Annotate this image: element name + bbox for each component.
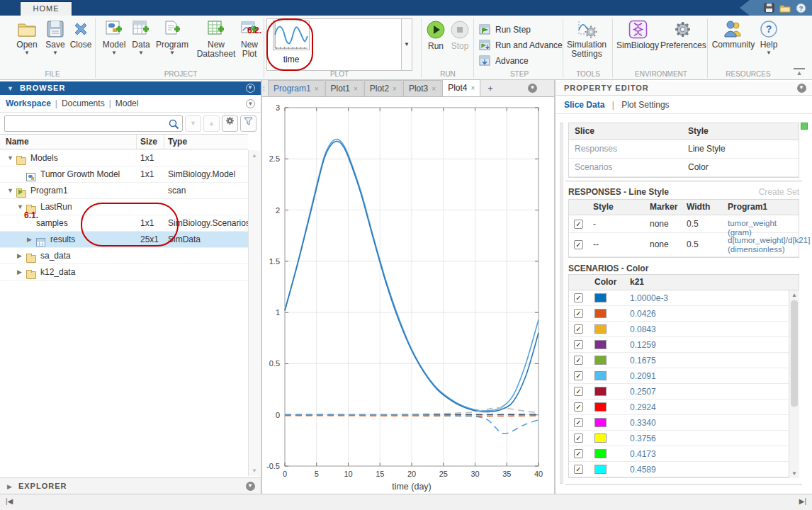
document-tab-plot3[interactable]: Plot3× [403,80,441,96]
scenarios-k21-header[interactable]: k21 [630,277,644,287]
response-line-style[interactable]: -- [593,239,599,249]
col-type[interactable]: Type [168,137,187,147]
scenario-visible-checkbox[interactable]: ✓ [574,464,583,474]
document-tab-plot2[interactable]: Plot2× [364,80,402,96]
search-settings-button[interactable] [222,115,238,132]
collapse-node-icon[interactable]: ▼ [17,199,23,215]
run-button[interactable]: Run [424,20,447,51]
plot-type-time-button[interactable]: time [271,21,312,69]
scenario-row-10[interactable]: ✓0.4173 [569,446,799,462]
new-document-tab-button[interactable]: + [481,81,500,96]
responses-program-header[interactable]: Program1 [728,202,767,212]
tree-item-label[interactable]: k12_data [40,264,75,280]
scenario-k21-value[interactable]: 0.0843 [630,324,656,334]
tree-item-label[interactable]: results [50,232,75,248]
tree-item-label[interactable]: Models [30,150,58,166]
browser-scrollbar[interactable]: ▲ ▼ [248,150,260,476]
ribbon-tab-home[interactable]: HOME [20,1,72,16]
scroll-up-icon[interactable]: ▲ [249,152,260,159]
help-button[interactable]: ? Help ▼ [755,20,782,56]
responses-row-0[interactable]: ✓-none0.5tumor_weight (gram) [569,215,799,233]
scenario-visible-checkbox[interactable]: ✓ [574,370,583,380]
open-button[interactable]: Open ▼ [13,20,41,56]
tab-model[interactable]: Model [115,98,139,108]
tab-plot-settings[interactable]: Plot Settings [621,100,669,110]
tree-row-tumor-growth-model[interactable]: Tumor Growth Model1x1SimBiology.Model [0,166,248,183]
program-dropdown-arrow[interactable]: ▼ [153,50,191,56]
response-width[interactable]: 0.5 [687,239,699,249]
browser-tabs-menu-icon[interactable]: ▼ [246,99,255,108]
expand-node-icon[interactable]: ▶ [17,248,22,264]
scenario-k21-value[interactable]: 0.2924 [630,402,656,412]
search-input[interactable] [5,116,165,131]
scenario-k21-value[interactable]: 0.3756 [630,434,656,443]
preferences-button[interactable]: Preferences [660,20,704,50]
document-tab-plot1[interactable]: Plot1× [325,80,363,96]
collapse-left-panel-icon[interactable]: |◀ [6,497,13,505]
tree-row-sa_data[interactable]: ▶sa_data [0,248,248,264]
scenario-visible-checkbox[interactable]: ✓ [574,308,583,318]
scenario-k21-value[interactable]: 0.1259 [630,340,656,350]
close-button[interactable]: Close [68,20,94,50]
tab-close-icon[interactable]: × [471,84,475,92]
scenario-visible-checkbox[interactable]: ✓ [574,433,583,443]
response-line-style[interactable]: - [593,219,596,229]
scenario-row-7[interactable]: ✓0.2924 [569,400,799,415]
scenario-k21-value[interactable]: 0.4589 [630,465,656,475]
tabbar-drag-handle[interactable]: ⁞ [263,82,267,96]
responses-width-header[interactable]: Width [687,202,710,212]
scenario-color-swatch[interactable] [594,433,607,443]
plot-gallery-dropdown[interactable]: ▼ [401,19,412,70]
scenario-visible-checkbox[interactable]: ✓ [574,448,583,458]
scenario-row-6[interactable]: ✓0.2507 [569,384,799,400]
quick-help-icon[interactable]: ? [796,3,806,13]
scenario-row-8[interactable]: ✓0.3340 [569,415,799,431]
scenario-visible-checkbox[interactable]: ✓ [574,324,583,334]
expand-node-icon[interactable]: ▶ [17,264,22,280]
scenario-row-0[interactable]: ✓1.0000e-3 [569,290,799,306]
browser-collapse-icon[interactable]: ▼ [7,85,14,92]
scenario-k21-value[interactable]: 0.3340 [630,418,656,428]
response-marker[interactable]: none [650,219,669,229]
scenario-k21-value[interactable]: 0.1675 [630,356,656,366]
document-menu-icon[interactable]: ▼ [528,84,537,93]
scenario-color-swatch[interactable] [594,293,607,302]
scenarios-scroll-up-icon[interactable]: ▲ [789,292,799,298]
tree-row-results[interactable]: ▶results25x1SimData [0,232,248,248]
browser-menu-icon[interactable]: ▼ [246,84,255,93]
scenario-k21-value[interactable]: 1.0000e-3 [630,293,668,303]
help-dropdown-arrow[interactable]: ▼ [755,50,782,56]
expand-node-icon[interactable]: ▶ [27,232,32,248]
scenario-visible-checkbox[interactable]: ✓ [574,339,583,349]
community-button[interactable]: Community [711,20,755,50]
response-marker[interactable]: none [650,239,669,249]
tree-item-label[interactable]: Tumor Growth Model [40,166,120,183]
property-editor-scroll-strip[interactable] [560,123,563,484]
tree-row-k12_data[interactable]: ▶k12_data [0,264,248,280]
new-datasheet-button[interactable]: NewDatasheet [196,20,237,59]
scenarios-scrollbar[interactable]: ▲ ▼ [789,290,799,478]
scenario-row-1[interactable]: ✓0.0426 [569,306,799,322]
slice-row-responses[interactable]: ResponsesLine Style [569,140,799,159]
document-tab-program1[interactable]: Program1× [268,80,325,96]
scroll-down-icon[interactable]: ▼ [249,468,260,474]
search-box[interactable] [4,115,183,132]
save-button[interactable]: Save ▼ [43,20,68,56]
data-dropdown-arrow[interactable]: ▼ [129,50,153,56]
scenario-row-9[interactable]: ✓0.3756 [569,431,799,446]
scenarios-scroll-thumb[interactable] [791,300,798,407]
scenarios-color-header[interactable]: Color [594,277,616,287]
program-button[interactable]: Program ▼ [153,20,191,56]
response-visible-checkbox[interactable]: ✓ [574,239,583,249]
slice-col-header[interactable]: Slice [575,126,594,136]
scenario-color-swatch[interactable] [594,355,607,365]
model-dropdown-arrow[interactable]: ▼ [99,50,129,56]
open-dropdown-arrow[interactable]: ▼ [13,50,41,56]
run-and-advance-button[interactable]: Run and Advance [479,39,563,52]
col-size[interactable]: Size [140,137,157,147]
scenario-color-swatch[interactable] [594,448,607,458]
scenario-visible-checkbox[interactable]: ✓ [574,355,583,365]
scenario-k21-value[interactable]: 0.0426 [630,309,656,319]
scenario-visible-checkbox[interactable]: ✓ [574,417,583,427]
scenario-k21-value[interactable]: 0.2091 [630,371,656,381]
